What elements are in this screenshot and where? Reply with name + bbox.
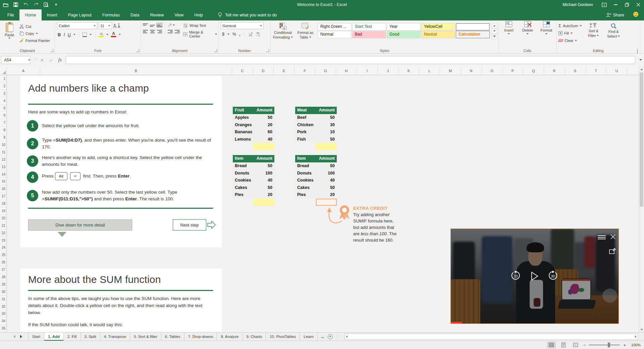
table-cell-value[interactable]: 50 (316, 136, 337, 143)
increase-decimal-button[interactable]: ←.0 .00 (248, 32, 253, 37)
zoom-out-icon[interactable]: − (583, 343, 586, 348)
items-table-left[interactable]: ItemAmountBread50Donuts100Cookies40Cakes… (233, 155, 274, 206)
table-cell-label[interactable]: Bananas (233, 129, 254, 136)
column-header-F[interactable]: F (294, 66, 315, 75)
shrink-font-button[interactable]: A (118, 23, 120, 28)
row-header-34[interactable]: 34 (0, 317, 6, 325)
page-break-view-button[interactable] (571, 342, 580, 348)
table-cell-label[interactable]: Lemons (233, 136, 254, 143)
restore-button[interactable] (621, 0, 633, 9)
alignment-dialog-launcher[interactable] (214, 49, 217, 52)
new-sheet-icon[interactable]: + (328, 334, 333, 339)
row-header-29[interactable]: 29 (0, 281, 6, 288)
middle-align-button[interactable] (150, 23, 155, 27)
decrease-decimal-button[interactable]: .00 →.0 (255, 32, 260, 37)
sheet-tab-1-add[interactable]: 1. Add (44, 333, 64, 341)
meat-table[interactable]: MeatAmountBeef50Chicken30Pork10Fish50 (295, 107, 337, 150)
copy-button[interactable]: Copy (19, 31, 50, 36)
sheet-tab-start[interactable]: Start (28, 333, 44, 341)
table-cell-value[interactable]: 20 (316, 191, 337, 199)
row-header-8[interactable]: 8 (0, 127, 6, 134)
cell-style-good[interactable]: Good (387, 31, 421, 38)
table-row[interactable]: Pies20 (233, 191, 274, 199)
gallery-down-icon[interactable] (492, 29, 497, 34)
next-step-button[interactable]: Next step (173, 219, 206, 231)
row-header-27[interactable]: 27 (0, 266, 6, 273)
vertical-scroll-thumb[interactable] (640, 72, 643, 207)
video-menu-icon[interactable] (598, 235, 606, 241)
sheet-tab-8-analyze[interactable]: 8. Analyze (217, 333, 243, 341)
table-cell-label[interactable]: Beef (295, 114, 316, 121)
bold-button[interactable]: B (58, 32, 61, 37)
fill-button[interactable]: Fill (558, 30, 582, 36)
ribbon-tab-insert[interactable]: Insert (42, 9, 63, 20)
cell-style-right-green-[interactable]: Right Green ... (318, 23, 352, 31)
font-dialog-launcher[interactable] (136, 49, 139, 52)
fill-color-caret-icon[interactable] (106, 34, 108, 35)
table-cell-value[interactable]: 60 (254, 129, 274, 136)
table-cell-value[interactable]: 40 (254, 177, 274, 184)
sheet-tab-3-split[interactable]: 3. Split (81, 333, 100, 341)
cell-style-year[interactable]: Year (387, 23, 421, 31)
sort-filter-button[interactable]: AZ Sort & Filter (585, 22, 602, 48)
table-cell-label[interactable]: Bread (295, 162, 316, 170)
table-cell-value[interactable]: 100 (254, 170, 274, 177)
column-header-M[interactable]: M (440, 66, 461, 75)
row-header-30[interactable]: 30 (0, 288, 6, 296)
fill-color-button[interactable] (99, 32, 104, 37)
row-header-21[interactable]: 21 (0, 222, 6, 230)
table-cell-label[interactable]: Apples (233, 114, 254, 121)
column-header-T[interactable]: T (586, 66, 606, 75)
clear-button[interactable]: Clear (558, 38, 582, 43)
font-color-button[interactable]: A (111, 32, 116, 37)
column-header-P[interactable]: P (502, 66, 523, 75)
zoom-slider[interactable] (589, 345, 620, 345)
row-header-26[interactable]: 26 (0, 259, 6, 266)
cell-style-start-text[interactable]: Start Text (352, 23, 386, 31)
column-header-B[interactable]: B (40, 66, 232, 75)
italic-button[interactable]: I (63, 32, 65, 37)
ribbon-tab-page-layout[interactable]: Page Layout (63, 9, 97, 20)
table-row[interactable]: Pork10 (295, 129, 337, 136)
column-header-R[interactable]: R (544, 66, 565, 75)
expand-formula-bar-icon[interactable] (639, 59, 642, 61)
row-header-32[interactable]: 32 (0, 303, 6, 310)
row-header-22[interactable]: 22 (0, 230, 6, 237)
fruit-table[interactable]: FruitAmountApples50Oranges20Bananas60Lem… (233, 107, 274, 150)
row-header-4[interactable]: 4 (0, 97, 6, 105)
row-header-11[interactable]: 11 (0, 149, 6, 156)
table-cell-value[interactable]: 30 (316, 121, 337, 129)
table-row[interactable]: Bread50 (233, 162, 274, 170)
yellow-result-cell[interactable] (254, 143, 274, 150)
row-header-24[interactable]: 24 (0, 244, 6, 251)
hscroll-left-icon[interactable] (346, 335, 347, 338)
cell-style-neutral[interactable]: Neutral (421, 31, 455, 38)
name-box[interactable]: A54 (1, 56, 31, 64)
vertical-scrollbar[interactable] (639, 66, 644, 332)
clipboard-dialog-launcher[interactable] (50, 49, 53, 52)
table-cell-value[interactable]: 50 (316, 162, 337, 170)
table-row[interactable]: Apples50 (233, 114, 274, 121)
cancel-icon[interactable]: ✕ (40, 58, 44, 63)
table-row[interactable]: Cookies40 (295, 177, 337, 184)
selected-result-cell[interactable] (316, 199, 337, 206)
row-header-23[interactable]: 23 (0, 237, 6, 244)
orientation-button[interactable] (168, 23, 175, 27)
column-header-C[interactable]: C (232, 66, 253, 75)
column-header-A[interactable]: A (7, 66, 40, 75)
underline-button[interactable]: U (68, 32, 71, 37)
table-cell-label[interactable]: Fish (295, 136, 316, 143)
column-header-I[interactable]: I (357, 66, 378, 75)
find-select-button[interactable]: Find & Select (605, 22, 622, 48)
table-cell-value[interactable]: 50 (316, 114, 337, 121)
row-header-6[interactable]: 6 (0, 112, 6, 119)
table-cell-value[interactable]: 10 (316, 129, 337, 136)
select-all-corner[interactable] (0, 66, 7, 75)
number-dialog-launcher[interactable] (266, 49, 269, 52)
sheet-nav-prev-icon[interactable] (13, 335, 15, 338)
format-painter-button[interactable]: Format Painter (19, 38, 50, 43)
row-header-9[interactable]: 9 (0, 134, 6, 141)
align-right-button[interactable] (157, 30, 162, 34)
cell-style-blank[interactable] (456, 23, 490, 31)
video-player[interactable]: 10 30 (450, 229, 619, 324)
